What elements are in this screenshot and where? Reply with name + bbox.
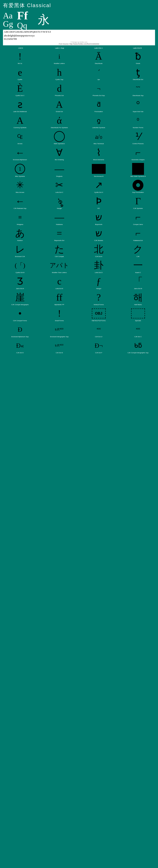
- grid-row-16: 崖 CJK Compat Ideographs ff Alphabetic PF…: [0, 291, 158, 307]
- cell-7-1: ← Enclosed Alphanum: [0, 146, 40, 161]
- grid-row-12: あ Kanbun = Bopomofo Ext ש CJK Strokes ⌐ …: [0, 226, 158, 242]
- cell-6-2: Math Operators: [40, 130, 79, 146]
- glyph-grid: ASCII Latin 1 Sup Latin Ext A Latin Ext …: [0, 46, 158, 355]
- cell-5-2: ά Diacriticals For Symbols: [40, 114, 79, 129]
- digits-line: 0123456789: [3, 37, 155, 41]
- cell-2-1: e Cyrillic: [0, 65, 40, 82]
- grid-row-6: ₠ Arrows Math Operators a/₀ Misc Technic…: [0, 130, 158, 146]
- cell-10-4: Γ CJK Symbols: [118, 194, 158, 210]
- cell-9-3: ↗ Cyrillic Ext X: [79, 178, 118, 194]
- cell-5-4: ⁰ Number Forms: [118, 114, 158, 129]
- cell-12-3: ש CJK Strokes: [79, 226, 118, 242]
- cell-8-4: Misc Math Symbols B: [118, 162, 158, 178]
- col-header-lat1: Latin 1 Sup: [40, 47, 79, 49]
- cell-1-3: Ā Diacriticals: [79, 50, 118, 65]
- cell-6-3: a/₀ Misc Technical: [79, 130, 118, 146]
- cell-4-3: ƌ Punctuation: [79, 98, 118, 114]
- ff-chars: Ff Qq: [17, 10, 28, 30]
- cell-12-1: あ Kanbun: [0, 226, 40, 242]
- obj-box: OBJ: [92, 308, 106, 318]
- cell-10-3: Ϸ I2C: [79, 194, 118, 210]
- header-chars-row1: Aa Gg Ff Qq 永: [3, 10, 155, 30]
- cell-3-1: È Cyrillic Ext C: [0, 82, 40, 97]
- cell-8-1: 1 Misc Symbols: [0, 162, 40, 178]
- cell-15-1: Ʒ Jamo Ext A: [0, 275, 40, 290]
- cell-17-2: ! Small Forms: [40, 307, 79, 322]
- cell-14-3: 卦 Letts Ext D: [79, 258, 118, 274]
- cell-3-2: d Phonetic Ext: [40, 82, 79, 97]
- cell-3-4: ˜˜ Diacriticals Sup: [118, 82, 158, 97]
- cell-11-4: ⌐ Compat Jamo: [118, 211, 158, 226]
- grid-row-8: 1 Misc Symbols — Dingbats Sub Arrows B M…: [0, 162, 158, 178]
- cell-18-1: Ð Enclosed Alphanum Sup: [0, 323, 40, 339]
- cell-14-1: (「) Cyrillic Ext B: [0, 258, 40, 274]
- cell-9-2: ✂ Letts Ext C: [40, 178, 79, 194]
- uppercase-alphabet: ABCDEFGHIJKLMNOPQRSTUVWXYZ: [3, 30, 155, 34]
- cell-11-1: ≡ Hiragana: [0, 211, 40, 226]
- cell-8-3: Sub Arrows B: [79, 162, 118, 178]
- col-header-latb: Latin Ext B: [118, 47, 157, 49]
- cell-3-3: ¬ Phonetic Ext Sup: [79, 82, 118, 97]
- cell-10-2: ৡ Kangxi: [40, 194, 79, 210]
- grid-row-1: ! Mk Sz i Modifier Letters Ā Diacritical…: [0, 50, 158, 65]
- cell-19-1: Ð« CJK Ext D: [0, 339, 40, 354]
- grid-row-4: ƨ Latin Ext Additional A Greek Ext ƌ Pun…: [0, 98, 158, 114]
- font-title: 有爱黑体 Classical: [3, 2, 155, 9]
- block-element-square: [132, 163, 144, 175]
- grid-row-14: (「) Cyrillic Ext B アパト Modifier Tone Let…: [0, 258, 158, 274]
- cell-1-1: ! Mk Sz: [0, 50, 40, 65]
- cell-13-1: レ Enclosed CJK: [0, 243, 40, 258]
- cell-16-2: ff Alphabetic PF: [40, 291, 79, 307]
- dashed-rect-icon: [131, 308, 145, 318]
- cell-13-4: ク CJK: [118, 243, 158, 258]
- cell-8-2: — Dingbats: [40, 162, 79, 178]
- cell-1-4: ƀ Greek: [118, 50, 158, 65]
- block-element-rect: [92, 164, 106, 174]
- cell-15-4: 「 Jamo Ext B: [118, 275, 158, 290]
- cell-2-4: ƫ Diacriticals Ext: [118, 65, 158, 82]
- cell-16-3: ? Vertical Forms: [79, 291, 118, 307]
- cell-19-3: Ð¬ CJK Ext F: [79, 339, 118, 354]
- cell-4-2: A Greek Ext: [40, 98, 79, 114]
- cell-14-2: アパト Modifier Tone Letters: [40, 258, 79, 274]
- col-header-lata: Latin Ext A: [79, 47, 118, 49]
- header: 有爱黑体 Classical Aa Gg Ff Qq 永 ABCDEFGHIJK…: [0, 0, 158, 46]
- cell-7-4: ⌐ Geometric Shapes: [118, 146, 158, 161]
- cell-2-3: ˊ Ipa: [79, 65, 118, 82]
- cell-19-4: ᑲƃ CJK Compat Ideographic Sup: [118, 339, 158, 354]
- grid-row-13: レ Enclosed CJK た CJK Compat 北 CJK Ext A …: [0, 243, 158, 258]
- cell-18-3: ⁴⁰⁰ CJK Ext Jr: [79, 323, 118, 339]
- cell-7-2: ∀ Box Drawing: [40, 146, 79, 161]
- aa-chars: Aa Gg: [3, 11, 13, 28]
- page-wrapper: 有爱黑体 Classical Aa Gg Ff Qq 永 ABCDEFGHIJK…: [0, 0, 158, 355]
- cell-17-1: • CJK Compat Forms: [0, 307, 40, 322]
- cell-19-2: ₻Ʌ⁴⁰⁰ CJK Ext E: [40, 339, 79, 354]
- grid-row-2: e Cyrillic h Cyrillic Sup ˊ Ipa ƫ Diacri…: [0, 65, 158, 82]
- grid-row-9: ✳ Misc Arrows ✂ Letts Ext C ↗ Cyrillic E…: [0, 178, 158, 194]
- cell-5-1: A Currency Symbols: [0, 114, 40, 129]
- cell-6-4: ⅟ Control Pictures: [118, 130, 158, 146]
- grid-row-3: È Cyrillic Ext C d Phonetic Ext ¬ Phonet…: [0, 82, 158, 97]
- cell-15-3: ƒ Hangul: [79, 275, 118, 290]
- cell-11-2: — Katakana: [40, 211, 79, 226]
- cell-10-1: ← CJK Radicals Sup: [0, 194, 40, 210]
- col-headers-row1: ASCII Latin 1 Sup Latin Ext A Latin Ext …: [0, 47, 158, 50]
- cell-15-2: c Letts Ext E: [40, 275, 79, 290]
- cell-1-2: i Modifier Letters: [40, 50, 79, 65]
- cell-9-1: ✳ Misc Arrows: [0, 178, 40, 194]
- cell-18-4: ⁴⁰⁰ CJK Ext C: [118, 323, 158, 339]
- grid-row-10: ← CJK Radicals Sup ৡ Kangxi Ϸ I2C Γ CJK …: [0, 194, 158, 210]
- cell-9-4: Sup Punctuation: [118, 178, 158, 194]
- cell-4-1: ƨ Latin Ext Additional: [0, 98, 40, 114]
- cell-17-3: OBJ Half And Full Forms: [79, 307, 118, 322]
- cell-6-1: ₠ Arrows: [0, 130, 40, 146]
- cell-4-4: ° Super And Sub: [118, 98, 158, 114]
- cell-17-4: Specials: [118, 307, 158, 322]
- cell-5-3: ƍ Letterlike Symbols: [79, 114, 118, 129]
- cell-18-2: ₻Ʌ⁴⁰⁰ Enclosed Ideographic Sup: [40, 323, 79, 339]
- grid-row-11: ≡ Hiragana — Katakana ש Bopomofo ⌐ Compa…: [0, 211, 158, 226]
- grid-row-7: ← Enclosed Alphanum ∀ Box Drawing ⌇ Bloc…: [0, 146, 158, 161]
- grid-row-15: Ʒ Jamo Ext A c Letts Ext E ƒ Hangul 「 Ja…: [0, 275, 158, 290]
- lowercase-alphabet: abcdefghijklmnopqrstuvwxyz: [3, 34, 155, 37]
- grid-row-5: A Currency Symbols ά Diacriticals For Sy…: [0, 114, 158, 129]
